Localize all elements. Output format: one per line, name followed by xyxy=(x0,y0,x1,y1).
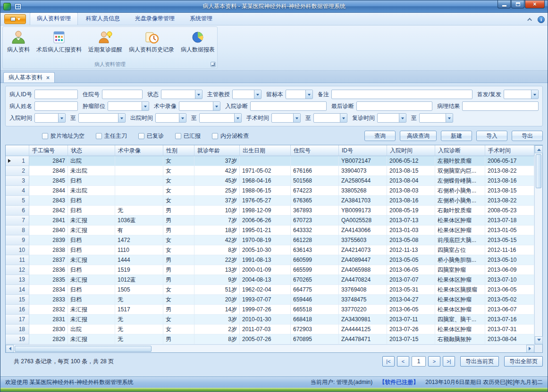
prev-page-button[interactable]: < xyxy=(397,356,409,367)
row-indicator[interactable]: 10 xyxy=(6,245,29,255)
scroll-right-button[interactable] xyxy=(526,345,534,353)
table-row[interactable]: 152833归档无女20岁1993-07-0765944633748475201… xyxy=(6,295,534,305)
ribbon-button-5[interactable]: 病人数据报表 xyxy=(177,28,218,55)
row-indicator[interactable]: 4 xyxy=(6,186,29,196)
table-row[interactable]: 72841未汇报1036蓝男7岁2006-06-26670723QA002552… xyxy=(6,216,534,225)
scroll-down-button[interactable] xyxy=(535,336,543,344)
table-row[interactable]: 62842归档无男10岁1998-12-09367893YB0099173200… xyxy=(6,206,534,216)
table-row[interactable]: 162832未汇报1517男14岁1999-07-266655183377022… xyxy=(6,305,534,315)
row-indicator[interactable]: 16 xyxy=(6,305,29,315)
vertical-scrollbar[interactable] xyxy=(534,145,542,352)
checkbox-item-2[interactable]: 主任主刀 xyxy=(96,132,127,140)
row-indicator[interactable]: 9 xyxy=(6,235,29,245)
filter-combo[interactable] xyxy=(199,113,242,123)
combo-dropdown-arrow-icon[interactable] xyxy=(118,114,125,122)
column-header-7[interactable]: 住院号 xyxy=(291,145,339,156)
row-indicator[interactable]: 11 xyxy=(6,255,29,265)
horizontal-scrollbar[interactable] xyxy=(6,344,534,352)
dialog-launcher-icon[interactable] xyxy=(211,62,216,67)
column-header-10[interactable]: 入院诊断 xyxy=(435,145,485,156)
combo-dropdown-arrow-icon[interactable] xyxy=(340,114,347,122)
close-button[interactable]: × xyxy=(525,0,545,8)
maximize-button[interactable] xyxy=(511,0,524,8)
combo-dropdown-arrow-icon[interactable] xyxy=(399,114,406,122)
filter-combo[interactable] xyxy=(179,101,220,111)
first-page-button[interactable]: |< xyxy=(382,356,395,367)
column-header-8[interactable]: ID号 xyxy=(339,145,387,156)
combo-dropdown-arrow-icon[interactable] xyxy=(305,90,312,99)
combo-dropdown-arrow-icon[interactable] xyxy=(195,90,202,99)
filter-combo[interactable] xyxy=(232,90,261,99)
table-row[interactable]: 12847出院女37岁YB00721472006-05-12左额叶胶质瘤2006… xyxy=(6,156,534,166)
row-indicator[interactable]: 3 xyxy=(6,176,29,186)
checkbox-item-1[interactable]: 胶片地址为空 xyxy=(42,132,84,140)
column-header-5[interactable]: 就诊年龄 xyxy=(194,145,240,156)
filter-combo[interactable] xyxy=(78,113,126,123)
menu-tab-1[interactable]: 病人资料管理 xyxy=(30,12,78,25)
row-indicator[interactable]: 2 xyxy=(6,166,29,176)
row-indicator[interactable]: 5 xyxy=(6,196,29,206)
column-header-6[interactable]: 出生日期 xyxy=(240,145,291,156)
table-row[interactable]: 42844未出院女25岁1988-06-15674223338052682013… xyxy=(6,186,534,196)
export-all-pages-button[interactable]: 导出全部页 xyxy=(504,356,543,367)
column-header-4[interactable]: 性别 xyxy=(163,145,194,156)
table-row[interactable]: 52843归档女37岁1976-05-27676365ZA38417032013… xyxy=(6,196,534,206)
checkbox[interactable] xyxy=(96,133,102,139)
column-header-3[interactable]: 术中录像 xyxy=(115,145,163,156)
checkbox[interactable] xyxy=(138,133,144,139)
table-row[interactable]: 22846未出院女42岁1971-05-02676166339040732013… xyxy=(6,166,534,176)
filter-combo[interactable] xyxy=(271,113,301,123)
menu-tab-3[interactable]: 光盘录像带管理 xyxy=(128,12,182,25)
filter-input[interactable] xyxy=(34,90,78,99)
horizontal-scroll-thumb[interactable] xyxy=(15,346,152,352)
table-row[interactable]: 182830出院无女2岁2011-07-03672903ZA4444125201… xyxy=(6,325,534,334)
app-menu-button[interactable] xyxy=(4,14,26,24)
table-row[interactable]: 192829未汇报无男8岁2005-07-26670895ZA447847120… xyxy=(6,334,534,344)
filter-combo[interactable] xyxy=(313,113,347,123)
row-indicator[interactable]: 17 xyxy=(6,315,29,325)
last-page-button[interactable]: >| xyxy=(443,356,455,367)
import-button[interactable]: 导入 xyxy=(476,131,507,141)
collapse-ribbon-button[interactable] xyxy=(526,16,534,23)
table-row[interactable]: 102838归档1110女8岁2005-10-30636143ZA4214073… xyxy=(6,245,534,255)
filter-combo[interactable] xyxy=(108,101,149,111)
table-row[interactable]: 112837未汇报1444男22岁1991-08-13660599ZA40894… xyxy=(6,255,534,265)
ribbon-button-4[interactable]: 病人资料历史记录 xyxy=(126,28,177,55)
menu-tab-4[interactable]: 系统管理 xyxy=(183,12,219,25)
row-indicator[interactable]: 14 xyxy=(6,285,29,295)
table-row[interactable]: 82840未汇报有男18岁1995-01-21643332ZA414306620… xyxy=(6,225,534,235)
filter-input[interactable] xyxy=(250,101,327,111)
row-indicator[interactable]: 6 xyxy=(6,206,29,216)
next-page-button[interactable]: > xyxy=(428,356,440,367)
advanced-query-button[interactable]: 高级查询 xyxy=(400,131,437,141)
ribbon-button-1[interactable]: 病人资料 xyxy=(4,28,33,55)
filter-input[interactable] xyxy=(34,101,78,111)
column-header-9[interactable]: 入院时间 xyxy=(387,145,435,156)
tab-patient-basic-info[interactable]: 病人基本资料 × xyxy=(3,72,55,83)
row-indicator[interactable]: 13 xyxy=(6,275,29,285)
filter-combo[interactable] xyxy=(34,113,66,123)
menu-tab-2[interactable]: 科室人员信息 xyxy=(79,12,127,25)
combo-dropdown-arrow-icon[interactable] xyxy=(446,114,453,122)
column-header-11[interactable]: 手术时间 xyxy=(485,145,534,156)
checkbox[interactable] xyxy=(175,133,181,139)
filter-combo[interactable] xyxy=(286,90,313,99)
filter-input[interactable] xyxy=(462,101,539,111)
row-indicator[interactable]: 15 xyxy=(6,295,29,305)
row-indicator[interactable]: 12 xyxy=(6,265,29,275)
ribbon-button-3[interactable]: 近期复诊提醒 xyxy=(85,28,126,55)
combo-dropdown-arrow-icon[interactable] xyxy=(254,90,261,99)
export-current-page-button[interactable]: 导出当前页 xyxy=(460,356,499,367)
scroll-left-button[interactable] xyxy=(6,345,14,353)
combo-dropdown-arrow-icon[interactable] xyxy=(179,114,186,122)
tab-close-icon[interactable]: × xyxy=(46,75,50,81)
filter-combo[interactable] xyxy=(419,113,453,123)
query-button[interactable]: 查询 xyxy=(364,131,396,141)
checkbox-item-4[interactable]: 已汇报 xyxy=(175,132,201,140)
row-indicator[interactable]: 8 xyxy=(6,225,29,235)
combo-dropdown-arrow-icon[interactable] xyxy=(58,114,65,122)
filter-combo[interactable] xyxy=(377,113,406,123)
combo-dropdown-arrow-icon[interactable] xyxy=(531,90,538,99)
filter-combo[interactable] xyxy=(161,90,202,99)
row-indicator[interactable]: 19 xyxy=(6,334,29,344)
